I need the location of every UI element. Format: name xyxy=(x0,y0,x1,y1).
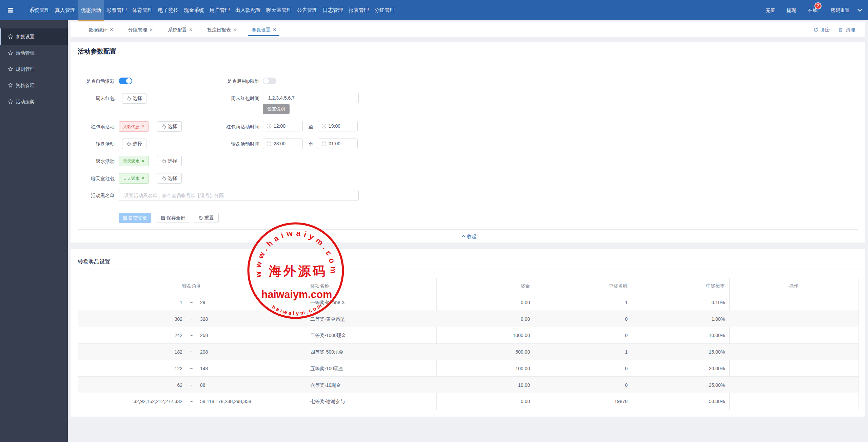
svg-text:海外源码: 海外源码 xyxy=(269,264,327,278)
svg-text:haiwaiym.com: haiwaiym.com xyxy=(261,289,332,300)
